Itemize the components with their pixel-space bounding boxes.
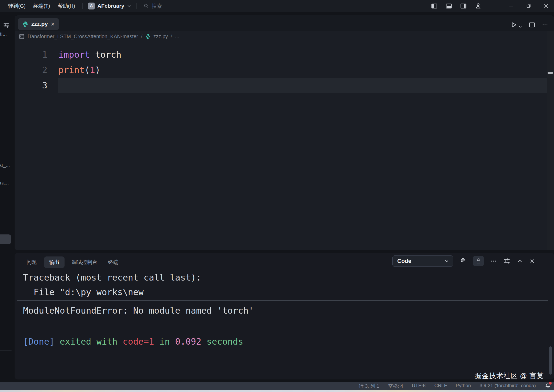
- profile-avatar-badge: A: [88, 3, 95, 9]
- tab-zzz-py[interactable]: zzz.py ✕: [18, 18, 59, 30]
- toggle-secondary-sidebar-icon[interactable]: [460, 3, 467, 9]
- breadcrumb-more[interactable]: ...: [175, 34, 179, 39]
- notifications-bell-icon[interactable]: [545, 383, 551, 389]
- output-done-segment: 0.092: [175, 336, 201, 347]
- tab-label: zzz.py: [31, 21, 48, 27]
- scrollbar-thumb[interactable]: [549, 346, 552, 375]
- output-channel-select[interactable]: Code: [392, 255, 453, 267]
- toggle-panel-icon[interactable]: [445, 3, 452, 9]
- statusbar-item[interactable]: 行 3, 列 1: [359, 383, 379, 389]
- statusbar: 行 3, 列 1空格: 4UTF-8CRLFPython3.9.21 ('tor…: [0, 382, 554, 390]
- watermark: 掘金技术社区 @ 言莫: [475, 371, 544, 380]
- profile-name: AFebruary: [97, 3, 124, 9]
- remote-server-icon: [18, 33, 25, 40]
- output-done-segment: [Done]: [23, 336, 55, 347]
- output-done-segment: in: [154, 336, 175, 347]
- panel-tab[interactable]: 问题: [23, 256, 40, 268]
- code-token: ): [95, 65, 100, 75]
- breadcrumb-file[interactable]: zzz.py: [153, 34, 168, 39]
- output-done-segment: code=1: [123, 336, 154, 347]
- code-token: print: [58, 65, 85, 75]
- code-line[interactable]: 3: [15, 78, 547, 93]
- lock-scrolling-toggle[interactable]: [473, 256, 484, 266]
- split-editor-icon[interactable]: [528, 21, 536, 28]
- search-icon: [143, 3, 149, 9]
- titlebar-menu-item[interactable]: 终端(T): [29, 3, 54, 9]
- output-done-segment: seconds: [201, 336, 243, 347]
- chevron-down-icon: [444, 259, 453, 264]
- menubar: 转到(G)终端(T)帮助(H): [0, 3, 79, 9]
- divider: [137, 3, 137, 9]
- code-token: 1: [90, 65, 95, 75]
- breadcrumb-separator: /: [171, 34, 172, 39]
- code-line[interactable]: 1 import torch: [15, 47, 547, 62]
- breadcrumb: iTansformer_LSTM_CrossAttention_KAN-mast…: [18, 31, 179, 42]
- divider: [493, 3, 493, 9]
- output-channel-value: Code: [393, 258, 444, 264]
- window-bottom-edge: [0, 390, 554, 392]
- search-input[interactable]: 搜索: [140, 3, 162, 9]
- notification-badge: [549, 382, 552, 385]
- titlebar: 转到(G)终端(T)帮助(H) A AFebruary 搜索: [0, 0, 554, 12]
- panel-tab[interactable]: 输出: [44, 256, 65, 268]
- line-number: 3: [15, 80, 47, 90]
- breadcrumb-separator: /: [141, 34, 142, 39]
- divider: [0, 350, 12, 351]
- code-editor[interactable]: 1 import torch 2 print(1) 3: [15, 47, 547, 93]
- divider: [0, 365, 12, 365]
- toggle-primary-sidebar-icon[interactable]: [431, 3, 438, 9]
- chevron-down-icon: [127, 4, 131, 8]
- statusbar-item[interactable]: UTF-8: [412, 383, 426, 389]
- sidebar-item-truncated[interactable]: ti...: [0, 31, 12, 37]
- panel-tab[interactable]: 调试控制台: [68, 256, 101, 268]
- restore-window-icon[interactable]: [526, 3, 532, 9]
- divider: [82, 3, 83, 9]
- sidebar-item-truncated[interactable]: ra...: [0, 180, 12, 186]
- bottom-panel: 问题输出调试控制台终端 Code: [15, 253, 554, 379]
- sidebar-selection-pill[interactable]: [0, 234, 11, 244]
- minimap[interactable]: [547, 31, 554, 250]
- search-placeholder: 搜索: [152, 3, 162, 9]
- python-icon: [22, 21, 28, 27]
- panel-tabbar: 问题输出调试控制台终端: [23, 256, 122, 268]
- output-done-segment: exited with: [55, 336, 123, 347]
- run-python-file-button[interactable]: [510, 21, 522, 29]
- statusbar-item[interactable]: 3.9.21 ('torchthird': conda): [479, 383, 536, 389]
- output-line: File "d:\py works\new: [23, 287, 144, 297]
- minimize-icon[interactable]: [508, 3, 514, 9]
- python-icon: [145, 34, 151, 39]
- titlebar-menu-item[interactable]: 转到(G): [4, 3, 29, 9]
- clear-output-icon[interactable]: [459, 257, 467, 265]
- code-text: import torch: [47, 49, 121, 60]
- profile-switcher[interactable]: A AFebruary: [86, 3, 133, 9]
- output-line: ModuleNotFoundError: No module named 'to…: [23, 305, 254, 316]
- filter-tune-icon[interactable]: [503, 257, 510, 265]
- statusbar-item[interactable]: Python: [456, 383, 471, 389]
- code-token: (: [85, 65, 90, 75]
- statusbar-item[interactable]: 空格: 4: [388, 383, 403, 389]
- editor-tabbar: zzz.py ✕: [15, 15, 554, 31]
- account-icon[interactable]: [475, 2, 482, 9]
- more-actions-icon[interactable]: [490, 258, 497, 264]
- tab-close-icon[interactable]: ✕: [51, 22, 55, 27]
- more-actions-icon[interactable]: [542, 22, 548, 28]
- output-line: Traceback (most recent call last):: [23, 272, 201, 283]
- code-line[interactable]: 2 print(1): [15, 62, 547, 78]
- output-clipped-line: [17, 300, 548, 301]
- tune-filter-icon[interactable]: [3, 22, 10, 29]
- panel-tab[interactable]: 终端: [104, 256, 122, 268]
- line-number: 1: [15, 49, 47, 60]
- sidebar-item-truncated[interactable]: a_...: [0, 162, 12, 168]
- clipped-sidebar: ti...a_...ra...: [0, 12, 15, 382]
- output-done-line: [Done] exited with code=1 in 0.092 secon…: [23, 336, 243, 347]
- code-token: torch: [90, 49, 121, 60]
- close-window-icon[interactable]: [543, 3, 549, 9]
- editor-group: zzz.py ✕ iTansformer_LSTM_CrossAttent: [15, 15, 554, 250]
- breadcrumb-folder[interactable]: iTansformer_LSTM_CrossAttention_KAN-mast…: [28, 34, 138, 39]
- close-panel-icon[interactable]: [529, 258, 535, 264]
- maximize-panel-icon[interactable]: [517, 258, 523, 264]
- minimap-slider[interactable]: [548, 72, 553, 74]
- titlebar-menu-item[interactable]: 帮助(H): [54, 3, 79, 9]
- run-dropdown-chevron-icon[interactable]: [518, 25, 522, 29]
- statusbar-item[interactable]: CRLF: [434, 383, 447, 389]
